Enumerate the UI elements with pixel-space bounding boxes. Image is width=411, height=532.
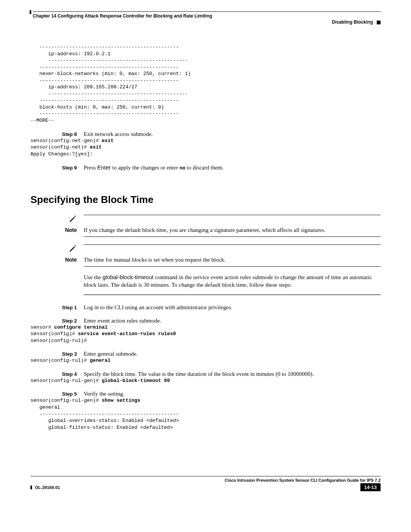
- footer-guide-title: Cisco Intrusion Prevention System Sensor…: [30, 478, 381, 482]
- step-text: Log in to the CLI using an account with …: [84, 304, 381, 311]
- step-text: Exit network access submode.: [84, 131, 381, 137]
- step-text: Verify the setting.: [84, 391, 381, 397]
- pencil-icon: [68, 215, 77, 223]
- step5-code: sensor(config-rul-gen)# show settings ge…: [30, 397, 381, 431]
- step2-code: sensor# configure terminal sensor(config…: [30, 324, 381, 344]
- step-1: Step 1 Log in to the CLI using an accoun…: [30, 304, 381, 311]
- step-text: Enter general submode.: [84, 351, 381, 357]
- step-label: Step 4: [30, 371, 84, 377]
- step-8: Step 8 Exit network access submode.: [30, 131, 381, 137]
- note-label: Note: [30, 257, 84, 267]
- page-footer: Cisco Intrusion Prevention System Sensor…: [30, 476, 381, 491]
- step-text: Specify the block time. The value is the…: [84, 371, 381, 377]
- divider: [84, 294, 381, 295]
- step-label: Step 8: [30, 131, 84, 137]
- step-9: Step 9 Press Enter to apply the changes …: [30, 164, 381, 171]
- step-text: Press Enter to apply the changes or ente…: [84, 164, 381, 171]
- section-heading: Specifying the Block Time: [30, 194, 381, 206]
- chapter-header: Chapter 14 Configuring Attack Response C…: [33, 13, 381, 19]
- step-label: Step 2: [30, 318, 84, 324]
- step8-code: sensor(config-net-gen)# exit sensor(conf…: [30, 137, 381, 158]
- code-output-top: ----------------------------------------…: [30, 44, 381, 124]
- step-label: Step 9: [30, 165, 84, 171]
- step4-code: sensor(config-rul-gen)# global-block-tim…: [30, 377, 381, 384]
- note-text: The time for manual blocks is set when y…: [84, 257, 225, 263]
- step-4: Step 4 Specify the block time. The value…: [30, 371, 381, 377]
- step-label: Step 1: [30, 305, 84, 310]
- step3-code: sensor(config-rul)# general: [30, 357, 381, 364]
- footer-doc-id: OL-29168-01: [30, 485, 60, 490]
- section-header: Disabling Blocking: [30, 19, 381, 25]
- step-text: Enter event action rules submode.: [84, 318, 381, 324]
- step-5: Step 5 Verify the setting.: [30, 391, 381, 397]
- step-label: Step 3: [30, 351, 84, 357]
- page-number: 14-13: [360, 483, 381, 491]
- step-2: Step 2 Enter event action rules submode.: [30, 318, 381, 324]
- note-text: If you change the default block time, yo…: [84, 227, 325, 233]
- pencil-icon: [68, 244, 77, 253]
- note-label: Note: [30, 227, 84, 237]
- step-label: Step 5: [30, 391, 84, 397]
- step-3: Step 3 Enter general submode.: [30, 351, 381, 357]
- intro-paragraph: Use the global-block-timeout command in …: [84, 273, 381, 289]
